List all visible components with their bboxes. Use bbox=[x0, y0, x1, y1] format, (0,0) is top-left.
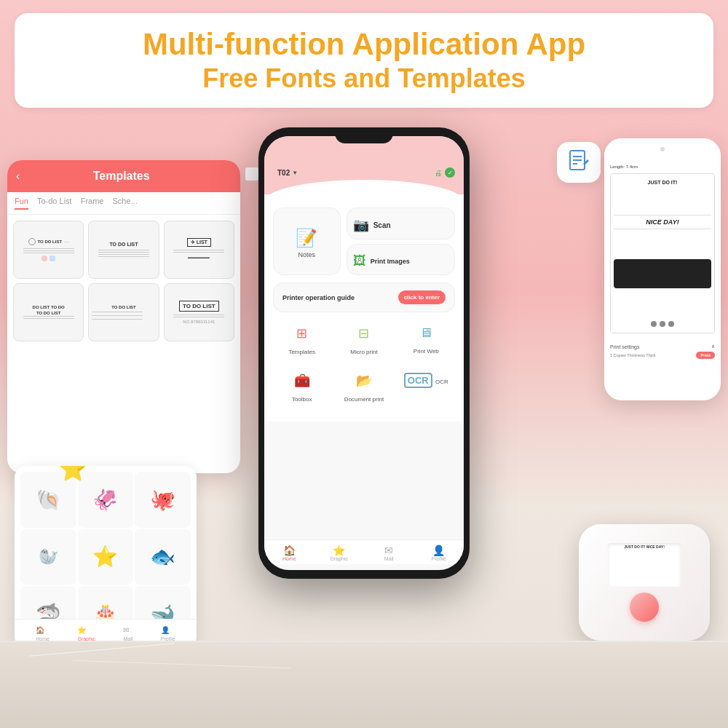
printweb-grid-item[interactable]: 🖥 Print Web bbox=[397, 320, 455, 363]
sticker-cell-5: ⭐ bbox=[78, 529, 134, 585]
right-phone-paper: JUST DO IT! NICE DAY! bbox=[610, 173, 715, 333]
app-content: 📝 Notes 📷 Scan 🖼 Print Images bbox=[264, 194, 464, 422]
tab-fun[interactable]: Fun bbox=[15, 197, 28, 210]
device-name: T02 bbox=[277, 169, 290, 177]
right-phone-top bbox=[604, 138, 721, 160]
tablet-tabs: Fun To-do List Frame Sche... bbox=[7, 192, 240, 215]
scan-label: Scan bbox=[373, 221, 391, 229]
ocr-grid-item[interactable]: OCR OCR bbox=[397, 367, 455, 410]
templates-label: Templates bbox=[288, 349, 314, 355]
nav-graphic-icon: ⭐ bbox=[314, 545, 365, 556]
left-tablet: ‹ Templates Fun To-do List Frame Sche...… bbox=[7, 160, 240, 473]
toolbox-icon: 🧰 bbox=[276, 373, 328, 389]
print-images-label: Print Images bbox=[371, 258, 410, 265]
sticker-nav-home[interactable]: 🏠Home bbox=[36, 626, 50, 642]
microprint-grid-item[interactable]: ⊟ Micro print bbox=[335, 320, 392, 363]
sticker-cell-4: 🦭 bbox=[20, 529, 76, 585]
length-label: Length: 7.4cm bbox=[607, 163, 718, 170]
right-phone-camera bbox=[660, 147, 665, 151]
template-item-3[interactable]: ✈ LIST ━━━━━━ bbox=[164, 221, 234, 279]
template-item-5[interactable]: TO DO LIST bbox=[88, 283, 159, 341]
printweb-label: Print Web bbox=[414, 348, 439, 355]
nav-home[interactable]: 🏠 Home bbox=[264, 545, 314, 561]
scan-icon: 📷 bbox=[353, 217, 369, 233]
toolbox-grid-item[interactable]: 🧰 Toolbox bbox=[273, 367, 331, 410]
notes-icon: 📝 bbox=[296, 228, 317, 248]
tab-schedule[interactable]: Sche... bbox=[112, 197, 137, 210]
sticker-sheet: ⭐ 🐚 🦑 🐙 🦭 ⭐ 🐟 🦈 🎂 🐋 🏠Home ⭐Graphic ✉Mall… bbox=[15, 466, 197, 648]
microprint-icon: ⊟ bbox=[338, 325, 389, 341]
templates-grid-item[interactable]: ⊞ Templates bbox=[273, 320, 331, 363]
nice-day-text: NICE DAY! bbox=[614, 215, 711, 229]
scan-print-column: 📷 Scan 🖼 Print Images bbox=[347, 207, 455, 275]
nav-mall-label: Mall bbox=[384, 556, 394, 561]
right-phone: Length: 7.4cm JUST DO IT! NICE DAY! Prin… bbox=[604, 138, 721, 400]
toolbox-label: Toolbox bbox=[292, 396, 312, 403]
print-button[interactable]: Print bbox=[696, 352, 715, 359]
bottom-nav: 🏠 Home ⭐ Graphic ✉ Mall 👤 Profile bbox=[264, 539, 464, 564]
nav-home-icon: 🏠 bbox=[264, 545, 314, 556]
template-item-1[interactable]: TO DO LIST ··· bbox=[13, 221, 84, 279]
nav-profile-icon: 👤 bbox=[414, 545, 464, 556]
nav-profile[interactable]: 👤 Profile bbox=[414, 545, 464, 561]
microprint-label: Micro print bbox=[350, 349, 377, 355]
marble-surface bbox=[0, 641, 728, 728]
note-icon-box bbox=[557, 142, 601, 183]
print-images-tile[interactable]: 🖼 Print Images bbox=[347, 244, 455, 275]
printer-paper-text: JUST DO IT! NICE DAY! bbox=[624, 545, 665, 549]
click-to-enter-button[interactable]: click to enter bbox=[398, 290, 446, 304]
sticker-nav-graphic[interactable]: ⭐Graphic bbox=[77, 626, 95, 642]
star-decoration: ⭐ bbox=[58, 466, 87, 483]
printer-button[interactable] bbox=[630, 593, 659, 622]
printer-guide-row: Printer operation guide click to enter bbox=[273, 282, 455, 312]
notes-label: Notes bbox=[298, 251, 316, 258]
right-phone-content: Length: 7.4cm JUST DO IT! NICE DAY! bbox=[604, 160, 721, 339]
feature-row: 📝 Notes 📷 Scan 🖼 Print Images bbox=[273, 207, 455, 275]
docprint-grid-item[interactable]: 📂 Document print bbox=[335, 367, 392, 410]
scan-tile[interactable]: 📷 Scan bbox=[347, 207, 455, 240]
tablet-top-bar: ‹ Templates bbox=[7, 160, 240, 192]
right-phone-shell: Length: 7.4cm JUST DO IT! NICE DAY! Prin… bbox=[604, 138, 721, 400]
just-do-it-text: JUST DO IT! bbox=[648, 180, 678, 185]
sticker-cell-6: 🐟 bbox=[135, 529, 191, 585]
right-phone-bottom: Print settings ∧ 1 Copies Thickness Thic… bbox=[604, 339, 721, 362]
notepad-icon bbox=[567, 149, 590, 173]
center-phone: T02 ▼ 🖨 ✓ 📝 Notes bbox=[258, 127, 470, 579]
nav-mall[interactable]: ✉ Mall bbox=[364, 545, 414, 561]
tablet-title: Templates bbox=[25, 170, 217, 183]
nav-profile-label: Profile bbox=[432, 556, 446, 561]
template-item-4[interactable]: DO LIST TO DO TO DO LIST bbox=[13, 283, 84, 341]
header-box: Multi-function Application App Free Font… bbox=[15, 13, 713, 108]
phone-notch bbox=[335, 127, 393, 143]
nav-mall-icon: ✉ bbox=[364, 545, 414, 556]
back-icon[interactable]: ‹ bbox=[16, 170, 20, 183]
print-circles bbox=[651, 321, 674, 327]
template-item-6[interactable]: TO DO LIST NO.9786331141 bbox=[164, 283, 234, 341]
docprint-label: Document print bbox=[344, 396, 384, 403]
template-item-2[interactable]: TO DO LIST bbox=[88, 221, 159, 279]
notes-tile[interactable]: 📝 Notes bbox=[273, 207, 341, 275]
templates-icon: ⊞ bbox=[276, 325, 328, 341]
screen-status-icons: 🖨 ✓ bbox=[435, 167, 455, 178]
ocr-label: OCR bbox=[435, 379, 448, 385]
phone-screen: T02 ▼ 🖨 ✓ 📝 Notes bbox=[264, 136, 464, 570]
cloud-decoration bbox=[264, 180, 464, 202]
print-images-icon: 🖼 bbox=[353, 253, 366, 269]
tab-frame[interactable]: Frame bbox=[81, 197, 104, 210]
print-dark-section bbox=[614, 259, 711, 288]
marble-vein-1 bbox=[29, 643, 174, 656]
tablet-shell: ‹ Templates Fun To-do List Frame Sche...… bbox=[7, 160, 240, 473]
header-subtitle: Free Fonts and Templates bbox=[32, 63, 696, 94]
template-grid: TO DO LIST ··· TO DO LIST ✈ LIST bbox=[7, 215, 240, 347]
sticker-nav-mall[interactable]: ✉Mall bbox=[123, 626, 132, 642]
marble-vein-2 bbox=[73, 660, 291, 668]
copies-label: 1 Copies Thickness Thick bbox=[610, 353, 655, 357]
nav-graphic-label: Graphic bbox=[330, 556, 348, 561]
sticker-nav-profile[interactable]: 👤Profile bbox=[161, 626, 175, 642]
tab-todolist[interactable]: To-do List bbox=[37, 197, 72, 210]
nav-graphic[interactable]: ⭐ Graphic bbox=[314, 545, 365, 561]
printer-paper-content: JUST DO IT! NICE DAY! bbox=[624, 545, 665, 549]
printer-guide-text: Printer operation guide bbox=[282, 294, 398, 301]
docprint-icon: 📂 bbox=[338, 373, 389, 389]
sticker-cell-3: 🐙 bbox=[135, 472, 191, 528]
